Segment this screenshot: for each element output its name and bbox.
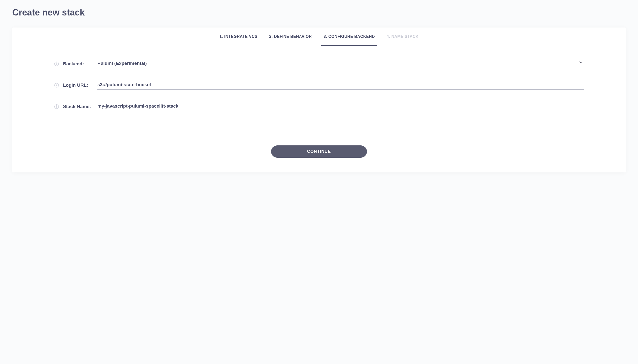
backend-row: Backend: <box>54 59 584 68</box>
login-url-row: Login URL: <box>54 80 584 90</box>
tab-define-behavior[interactable]: 2. DEFINE BEHAVIOR <box>269 28 312 46</box>
continue-button[interactable]: CONTINUE <box>271 146 367 158</box>
tab-configure-backend[interactable]: 3. CONFIGURE BACKEND <box>324 28 375 46</box>
login-url-label: Login URL: <box>63 82 97 88</box>
svg-point-5 <box>57 84 57 84</box>
backend-label: Backend: <box>63 61 97 66</box>
svg-point-2 <box>57 63 57 63</box>
tabs-nav: 1. INTEGRATE VCS 2. DEFINE BEHAVIOR 3. C… <box>12 28 626 46</box>
login-url-input[interactable] <box>97 80 584 90</box>
info-icon[interactable] <box>54 104 59 109</box>
backend-select[interactable] <box>97 59 584 68</box>
page-title: Create new stack <box>12 7 626 18</box>
svg-point-8 <box>57 105 57 106</box>
info-icon[interactable] <box>54 62 59 66</box>
stack-name-row: Stack Name: <box>54 102 584 111</box>
info-icon[interactable] <box>54 83 59 88</box>
tab-name-stack: 4. NAME STACK <box>387 28 418 46</box>
button-row: CONTINUE <box>54 146 584 158</box>
form-area: Backend: Login URL: <box>12 46 626 158</box>
stack-name-label: Stack Name: <box>63 104 97 109</box>
stack-name-input[interactable] <box>97 102 584 111</box>
form-card: 1. INTEGRATE VCS 2. DEFINE BEHAVIOR 3. C… <box>12 28 626 172</box>
tab-integrate-vcs[interactable]: 1. INTEGRATE VCS <box>220 28 257 46</box>
